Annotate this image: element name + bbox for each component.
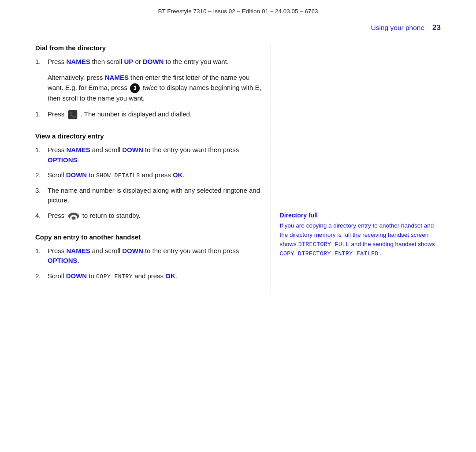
side-note-body: If you are copying a directory entry to …	[280, 221, 441, 258]
section-dial-from-directory: Dial from the directory Press NAMES then…	[35, 44, 262, 120]
list-item: The name and number is displayed along w…	[35, 186, 262, 205]
copy-entry-text: COPY ENTRY	[96, 273, 133, 280]
step-3-view: The name and number is displayed along w…	[48, 186, 262, 205]
list-item: Press 📞 . The number is displayed and di…	[35, 109, 262, 120]
list-item: Scroll DOWN to COPY ENTRY and press OK.	[35, 271, 262, 281]
section-view-directory: View a directory entry Press NAMES and s…	[35, 132, 262, 221]
list-item: Press to return to standby.	[35, 211, 262, 221]
page-container: BT Freestyle 7310 – Issus 02 – Edition 0…	[0, 0, 476, 452]
list-item: Press NAMES and scroll DOWN to the entry…	[35, 145, 262, 165]
ok-keyword-2: OK	[165, 272, 175, 280]
down-keyword-5: DOWN	[66, 272, 87, 280]
copy-instructions: Press NAMES and scroll DOWN to the entry…	[35, 246, 262, 281]
dial-paragraph: Alternatively, press NAMES then enter th…	[48, 72, 262, 104]
up-keyword: UP	[124, 58, 133, 65]
down-keyword-4: DOWN	[122, 247, 143, 254]
names-keyword: NAMES	[67, 58, 90, 65]
ok-keyword: OK	[173, 171, 183, 179]
list-item: Press NAMES and scroll DOWN to the entry…	[35, 246, 262, 266]
copy-directory-mono: COPY DIRECTORY ENTRY FAILED.	[280, 250, 382, 257]
end-call-icon	[67, 211, 80, 221]
section-copy-entry: Copy an entry to another handset Press N…	[35, 233, 262, 281]
list-item: Press NAMES then scroll UP or DOWN to th…	[35, 57, 262, 67]
show-details-text: SHOW DETAILS	[96, 172, 140, 179]
step-1-dial: Press NAMES then scroll UP or DOWN to th…	[48, 57, 262, 67]
main-column: Dial from the directory Press NAMES then…	[35, 44, 271, 293]
header-text: BT Freestyle 7310 – Issus 02 – Edition 0…	[158, 8, 318, 15]
side-column: Directory full If you are copying a dire…	[271, 44, 441, 293]
dial-instructions-2: Press 📞 . The number is displayed and di…	[35, 109, 262, 120]
dial-instructions: Press NAMES then scroll UP or DOWN to th…	[35, 57, 262, 67]
svg-point-4	[75, 217, 77, 219]
top-nav: Using your phone 23	[0, 19, 476, 32]
step-1-view: Press NAMES and scroll DOWN to the entry…	[48, 145, 262, 165]
step-2-copy: Scroll DOWN to COPY ENTRY and press OK.	[48, 271, 262, 281]
step-4-view: Press to return to standby.	[48, 211, 262, 221]
section-title-nav: Using your phone	[371, 24, 425, 32]
down-keyword-2: DOWN	[122, 146, 143, 153]
step-2-dial: Press 📞 . The number is displayed and di…	[48, 109, 262, 120]
down-keyword: DOWN	[143, 58, 164, 65]
side-note-title: Directory full	[280, 212, 441, 219]
side-note: Directory full If you are copying a dire…	[280, 212, 441, 258]
section-dial-title: Dial from the directory	[35, 44, 262, 52]
page-number: 23	[432, 23, 441, 32]
directory-full-mono: DIRECTORY FULL	[298, 241, 350, 248]
names-keyword-3: NAMES	[67, 146, 90, 153]
view-instructions: Press NAMES and scroll DOWN to the entry…	[35, 145, 262, 221]
section-copy-title: Copy an entry to another handset	[35, 233, 262, 241]
svg-point-3	[70, 217, 71, 219]
section-view-title: View a directory entry	[35, 132, 262, 140]
content-area: Dial from the directory Press NAMES then…	[0, 35, 476, 293]
names-keyword-2: NAMES	[105, 74, 129, 81]
page-header: BT Freestyle 7310 – Issus 02 – Edition 0…	[0, 0, 476, 19]
step-1-copy: Press NAMES and scroll DOWN to the entry…	[48, 246, 262, 266]
twice-text: twice	[142, 84, 157, 91]
down-keyword-3: DOWN	[66, 171, 87, 179]
call-send-icon: 📞	[67, 109, 78, 120]
names-keyword-4: NAMES	[67, 247, 90, 254]
options-keyword-2: OPTIONS	[48, 257, 78, 264]
step-2-view: Scroll DOWN to SHOW DETAILS and press OK…	[48, 170, 262, 180]
button-3-icon: 3	[130, 83, 140, 93]
list-item: Scroll DOWN to SHOW DETAILS and press OK…	[35, 170, 262, 180]
svg-text:📞: 📞	[69, 112, 77, 119]
options-keyword: OPTIONS	[48, 156, 78, 164]
